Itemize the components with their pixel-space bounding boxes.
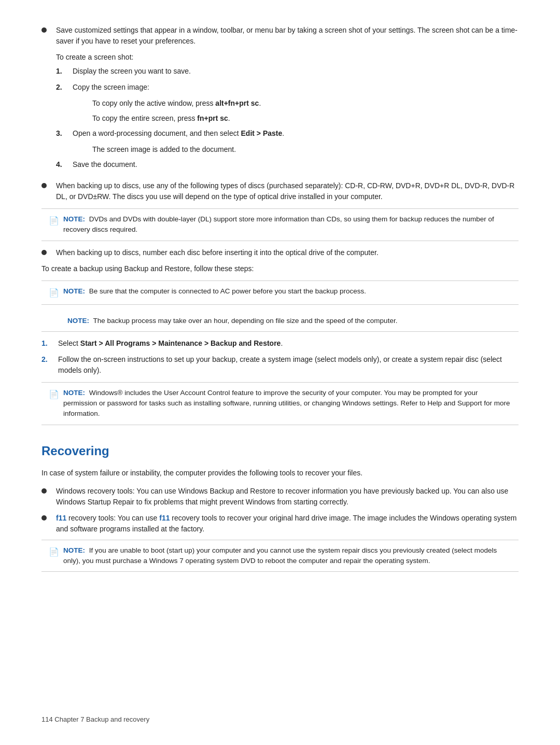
note-box-4: 📄 NOTE: Windows® includes the User Accou…	[41, 382, 519, 425]
bullet-item-2: When backing up to discs, use any of the…	[41, 180, 519, 202]
note-text-5: NOTE: If you are unable to boot (start u…	[63, 545, 511, 567]
bullet-item-3: When backing up to discs, number each di…	[41, 247, 519, 258]
step2-sub1: To copy only the active window, press al…	[92, 98, 519, 109]
bullet-text-3: When backing up to discs, number each di…	[56, 248, 379, 257]
recovering-bullet-1: Windows recovery tools: You can use Wind…	[41, 486, 519, 508]
backup-step-num-1: 1.	[41, 338, 58, 349]
recovering-heading: Recovering	[41, 442, 519, 460]
step-1: 1. Display the screen you want to save.	[56, 66, 519, 77]
note-icon-1: 📄	[49, 215, 59, 227]
backup-restore-intro: To create a backup using Backup and Rest…	[41, 263, 519, 274]
f11-link-1: f11	[56, 514, 66, 522]
note-box-2: 📄 NOTE: Be sure that the computer is con…	[41, 280, 519, 305]
bullet-text-2: When backing up to discs, use any of the…	[56, 181, 514, 201]
bullet-content-1: Save customized settings that appear in …	[56, 25, 519, 175]
note-content-5: If you are unable to boot (start up) you…	[63, 546, 497, 565]
edit-paste-label: Edit > Paste	[241, 129, 283, 137]
step2-sub1-text: To copy only the active window, press al…	[92, 99, 261, 107]
note-label-2: NOTE:	[63, 287, 85, 295]
bullet-content-3: When backing up to discs, number each di…	[56, 247, 519, 258]
bullet-content-2: When backing up to discs, use any of the…	[56, 180, 519, 202]
recovering-bullet-text-2: recovery tools: You can use	[66, 514, 159, 522]
note-label-1: NOTE:	[63, 215, 85, 223]
note-box-3: NOTE: The backup process may take over a…	[41, 311, 519, 332]
footer-text: 114 Chapter 7 Backup and recovery	[41, 715, 149, 723]
note-label-4: NOTE:	[63, 389, 85, 397]
recovering-bullet-text-1: Windows recovery tools: You can use Wind…	[56, 487, 508, 506]
recovering-intro-text: In case of system failure or instability…	[41, 469, 362, 477]
note-content-2: Be sure that the computer is connected t…	[89, 287, 366, 295]
bullet-text-1: Save customized settings that appear in …	[56, 26, 517, 45]
step-3: 3. Open a word-processing document, and …	[56, 128, 519, 139]
note-text-2: NOTE: Be sure that the computer is conne…	[63, 286, 511, 297]
note-label-5: NOTE:	[63, 546, 85, 554]
step3-sub-text: The screen image is added to the documen…	[92, 145, 236, 153]
bullet-item-1: Save customized settings that appear in …	[41, 25, 519, 175]
note-icon-5: 📄	[49, 546, 59, 558]
step-num-1: 1.	[56, 66, 73, 77]
step-content-4: Save the document.	[73, 159, 519, 170]
step-content-1: Display the screen you want to save.	[73, 66, 519, 77]
bullet-dot	[41, 27, 47, 33]
backup-steps: 1. Select Start > All Programs > Mainten…	[41, 338, 519, 376]
step-content-3: Open a word-processing document, and the…	[73, 128, 519, 139]
note-label-3: NOTE:	[67, 317, 89, 325]
step-4: 4. Save the document.	[56, 159, 519, 170]
step-content-2: Copy the screen image:	[73, 82, 519, 93]
page: Save customized settings that appear in …	[0, 0, 560, 745]
start-menu-path: Start > All Programs > Maintenance > Bac…	[80, 339, 281, 347]
recovering-bullet-content-2: f11 recovery tools: You can use f11 reco…	[56, 513, 519, 535]
note-text-4: NOTE: Windows® includes the User Account…	[63, 388, 511, 419]
note-content-3: The backup process may take over an hour…	[93, 317, 398, 325]
step2-sub1-bold: alt+fn+prt sc	[215, 99, 259, 107]
step-num-4: 4.	[56, 159, 73, 170]
recovering-bullet-dot-2	[41, 515, 47, 521]
note-box-5: 📄 NOTE: If you are unable to boot (start…	[41, 540, 519, 572]
note-icon-4: 📄	[49, 388, 59, 401]
note-text-3: NOTE: The backup process may take over a…	[67, 316, 511, 326]
bullet-dot-3	[41, 250, 47, 255]
backup-restore-intro-text: To create a backup using Backup and Rest…	[41, 264, 254, 273]
recovering-bullet-content-1: Windows recovery tools: You can use Wind…	[56, 486, 519, 508]
backup-step-2: 2. Follow the on-screen instructions to …	[41, 354, 519, 376]
note-text-1: NOTE: DVDs and DVDs with double-layer (D…	[63, 214, 511, 235]
step-2: 2. Copy the screen image:	[56, 82, 519, 93]
note-box-1: 📄 NOTE: DVDs and DVDs with double-layer …	[41, 208, 519, 241]
screenshot-intro: To create a screen shot:	[56, 53, 133, 61]
recovering-intro: In case of system failure or instability…	[41, 468, 519, 479]
recovering-bullet-2: f11 recovery tools: You can use f11 reco…	[41, 513, 519, 535]
backup-step-num-2: 2.	[41, 354, 58, 365]
bullet-dot-2	[41, 183, 47, 188]
step3-sub: The screen image is added to the documen…	[92, 144, 519, 155]
step-num-3: 3.	[56, 128, 73, 139]
backup-step-content-2: Follow the on-screen instructions to set…	[58, 354, 519, 376]
note-content-1: DVDs and DVDs with double-layer (DL) sup…	[63, 215, 494, 233]
note-content-4: Windows® includes the User Account Contr…	[63, 389, 510, 418]
step-num-2: 2.	[56, 82, 73, 93]
backup-step-1: 1. Select Start > All Programs > Mainten…	[41, 338, 519, 349]
backup-step-content-1: Select Start > All Programs > Maintenanc…	[58, 338, 519, 349]
note-icon-2: 📄	[49, 287, 59, 299]
f11-link-2: f11	[159, 514, 170, 522]
step2-sub2: To copy the entire screen, press fn+prt …	[92, 113, 519, 124]
step2-sub2-bold: fn+prt sc	[197, 114, 228, 122]
step2-sub2-text: To copy the entire screen, press fn+prt …	[92, 114, 230, 122]
recovering-bullet-dot-1	[41, 488, 47, 494]
footer: 114 Chapter 7 Backup and recovery	[41, 714, 149, 725]
